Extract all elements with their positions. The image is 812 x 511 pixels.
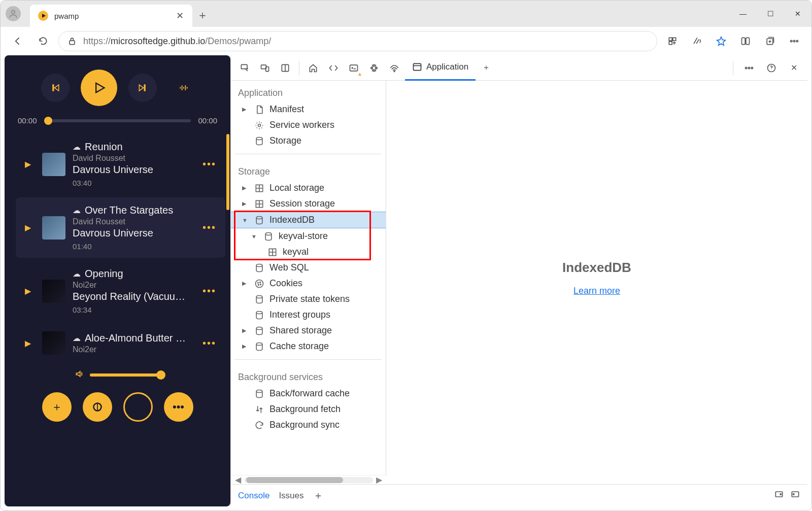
elements-tab-icon[interactable] [324,58,343,78]
track-artist: Noi2er [73,345,195,354]
minimize-button[interactable]: — [729,4,757,24]
track-artist: David Rousset [73,217,195,226]
help-icon[interactable] [762,58,781,78]
track-menu-button[interactable]: ••• [202,337,216,349]
more-tabs-button[interactable]: ＋ [477,58,496,78]
console-tab-icon[interactable]: ▲ [344,58,363,78]
app-install-icon[interactable] [662,31,683,51]
close-window-button[interactable]: ✕ [784,4,811,24]
track-menu-button[interactable]: ••• [202,222,216,233]
sidebar-horizontal-scrollbar[interactable]: ◀ ▶ [231,475,386,484]
read-aloud-icon[interactable] [687,31,707,51]
add-drawer-tab-button[interactable]: ＋ [313,489,323,502]
sidebar-item-bf-cache[interactable]: Back/forward cache [231,386,386,401]
record-button[interactable] [123,392,153,422]
seek-slider[interactable] [44,119,191,122]
favorite-star-icon[interactable] [711,31,731,51]
sidebar-item-background-fetch[interactable]: Background fetch [231,401,386,417]
more-menu-icon[interactable] [784,31,804,51]
sidebar-item-local-storage[interactable]: ▶Local storage [231,180,386,196]
url-text: https://microsoftedge.github.io/Demos/pw… [83,36,271,47]
svg-point-36 [256,280,263,287]
svg-rect-23 [414,63,421,70]
new-tab-button[interactable]: ＋ [192,8,213,23]
track-menu-button[interactable]: ••• [202,158,216,170]
playlist-scrollbar[interactable] [226,134,229,210]
svg-point-25 [748,67,750,69]
inspect-icon[interactable] [235,58,254,78]
back-button[interactable] [8,31,28,51]
devtools-close-button[interactable]: ✕ [784,58,803,78]
network-tab-icon[interactable] [385,58,404,78]
device-toggle-icon[interactable] [255,58,275,78]
add-button[interactable]: ＋ [42,392,72,422]
playlist: ▶ ☁Reunion David Rousset Davrous Univers… [5,134,230,365]
collections-icon[interactable] [760,31,780,51]
sidebar-heading-storage: Storage [231,159,386,180]
sidebar-item-keyval[interactable]: keyval [231,244,386,260]
split-screen-icon[interactable] [735,31,756,51]
dock-icon[interactable] [276,58,295,78]
sources-tab-icon[interactable] [364,58,384,78]
sidebar-item-interest-groups[interactable]: Interest groups [231,307,386,323]
console-drawer-bar: Console Issues ＋ [231,484,807,506]
console-drawer-tab[interactable]: Console [238,491,269,501]
url-field[interactable]: https://microsoftedge.github.io/Demos/pw… [58,31,657,51]
play-button[interactable] [81,70,117,106]
sidebar-item-service-workers[interactable]: Service workers [231,117,386,133]
track-play-icon[interactable]: ▶ [25,286,35,296]
track-album: Beyond Reality (Vacuu… [73,291,195,302]
visualizer-button[interactable] [173,77,194,98]
application-tab-label: Application [426,62,468,72]
drawer-collapse-icon[interactable] [790,489,800,502]
sidebar-item-session-storage[interactable]: ▶Session storage [231,196,386,212]
track-row[interactable]: ▶ ☁Over The Stargates David Rousset Davr… [16,197,225,258]
volume-slider[interactable] [90,373,161,377]
sidebar-item-private-tokens[interactable]: Private state tokens [231,291,386,307]
sidebar-item-storage[interactable]: Storage [231,133,386,149]
track-title: Reunion [85,141,123,153]
profile-avatar[interactable] [6,6,21,21]
sidebar-item-background-sync[interactable]: Background sync [231,417,386,433]
learn-more-link[interactable]: Learn more [573,286,620,296]
sidebar-item-cache-storage[interactable]: ▶Cache storage [231,338,386,354]
more-actions-button[interactable]: ••• [164,392,193,422]
theme-button[interactable] [83,392,112,422]
timeline: 00:00 00:00 [5,111,230,134]
sidebar-item-indexeddb[interactable]: ▼IndexedDB [231,212,386,228]
tab-title: pwamp [54,12,169,20]
welcome-tab-icon[interactable] [303,58,323,78]
svg-point-26 [751,67,753,69]
track-play-icon[interactable]: ▶ [25,338,35,348]
svg-point-0 [12,10,15,14]
tab-close-button[interactable]: ✕ [175,11,184,20]
application-tab[interactable]: Application [405,55,476,81]
sidebar-heading-background: Background services [231,365,386,386]
track-row[interactable]: ▶ ☁Aloe-Almond Butter … Noi2er ••• [16,324,225,362]
refresh-button[interactable] [33,31,53,51]
volume-icon[interactable] [75,369,85,381]
track-artist: Noi2er [73,281,195,290]
sidebar-item-shared-storage[interactable]: ▶Shared storage [231,323,386,338]
issues-drawer-tab[interactable]: Issues [279,491,303,501]
track-play-icon[interactable]: ▶ [25,159,35,169]
devtools-settings-icon[interactable] [739,58,759,78]
main-heading: IndexedDB [562,260,631,276]
browser-tab[interactable]: pwamp ✕ [30,5,192,27]
track-row[interactable]: ▶ ☁Opening Noi2er Beyond Reality (Vacuu…… [16,261,225,321]
track-menu-button[interactable]: ••• [202,285,216,297]
svg-point-19 [371,67,373,69]
svg-rect-4 [669,42,672,45]
prev-track-button[interactable] [41,74,70,102]
next-track-button[interactable] [128,74,157,102]
sidebar-item-cookies[interactable]: ▶Cookies [231,276,386,291]
track-artist: David Rousset [73,154,195,163]
sidebar-item-manifest[interactable]: ▶Manifest [231,101,386,117]
sidebar-item-keyval-store[interactable]: ▼keyval-store [231,228,386,244]
sidebar-item-web-sql[interactable]: Web SQL [231,260,386,276]
track-play-icon[interactable]: ▶ [25,223,35,232]
track-row[interactable]: ▶ ☁Reunion David Rousset Davrous Univers… [16,134,225,194]
cloud-icon: ☁ [73,142,81,152]
drawer-expand-icon[interactable] [774,489,784,502]
maximize-button[interactable]: ☐ [757,4,784,24]
